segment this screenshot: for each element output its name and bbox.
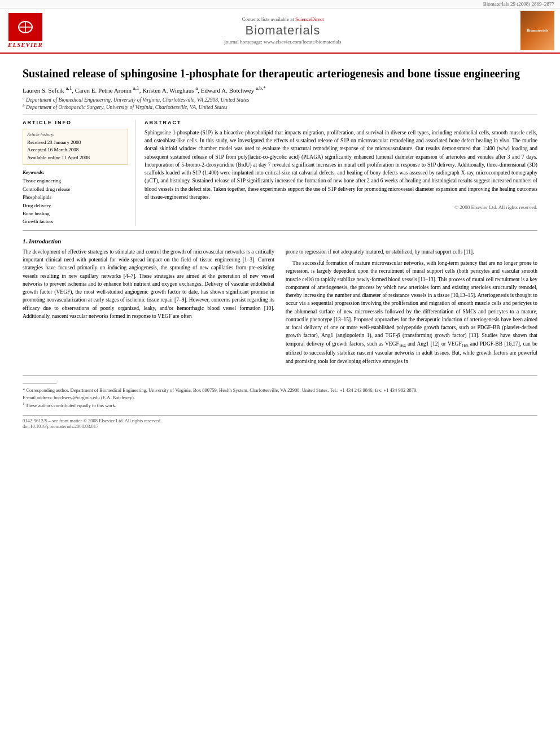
- page: Biomaterials 29 (2008) 2869–2877 ELSEVIE…: [0, 0, 560, 747]
- main-content: Sustained release of sphingosine 1-phosp…: [0, 54, 560, 440]
- journal-homepage: journal homepage: www.elsevier.com/locat…: [45, 39, 520, 45]
- keyword-2: Controlled drug release: [23, 185, 128, 193]
- section1-heading: 1. Introduction: [23, 238, 537, 244]
- copyright: © 2008 Elsevier Ltd. All rights reserved…: [145, 204, 537, 210]
- bottom-doi: 0142-9612/$ – see front matter © 2008 El…: [23, 418, 161, 429]
- accepted-date: Accepted 16 March 2008: [27, 146, 124, 154]
- article-info-label: ARTICLE INFO: [23, 120, 128, 125]
- abstract-label: ABSTRACT: [145, 120, 537, 125]
- affiliations: a Department of Biomedical Engineering, …: [23, 96, 537, 110]
- affiliation-1: a Department of Biomedical Engineering, …: [23, 96, 537, 103]
- header-center: Contents lists available at ScienceDirec…: [45, 16, 520, 45]
- bottom-bar: 0142-9612/$ – see front matter © 2008 El…: [23, 415, 537, 429]
- footnote-corresponding: * Corresponding author. Department of Bi…: [23, 387, 537, 394]
- keyword-3: Phospholipids: [23, 193, 128, 201]
- keywords-label: Keywords:: [23, 169, 128, 175]
- elsevier-text: ELSEVIER: [8, 41, 43, 48]
- abstract-text: Sphingosine 1-phosphate (S1P) is a bioac…: [145, 129, 537, 201]
- journal-title-header: Biomaterials: [45, 23, 520, 38]
- keyword-6: Growth factors: [23, 217, 128, 225]
- keywords-section: Keywords: Tissue engineering Controlled …: [23, 169, 128, 225]
- article-info-col: ARTICLE INFO Article history: Received 2…: [23, 120, 135, 226]
- journal-cover: Biomaterials: [520, 11, 554, 50]
- keyword-5: Bone healing: [23, 209, 128, 217]
- intro-right-p1: prone to regression if not adequately ma…: [286, 248, 537, 256]
- authors: Lauren S. Sefcik a,1, Caren E. Petrie Ar…: [23, 85, 537, 94]
- affiliation-2: b Department of Orthopaedic Surgery, Uni…: [23, 103, 537, 110]
- article-history-box: Article history: Received 23 January 200…: [23, 129, 128, 165]
- introduction-section: 1. Introduction The development of effec…: [23, 238, 537, 369]
- journal-header: ELSEVIER Contents lists available at Sci…: [0, 8, 560, 54]
- footnote-equal: 1 These authors contributed equally to t…: [23, 401, 537, 409]
- article-info-abstract-section: ARTICLE INFO Article history: Received 2…: [23, 115, 537, 231]
- received-date: Received 23 January 2008: [27, 139, 124, 147]
- article-title: Sustained release of sphingosine 1-phosp…: [23, 66, 537, 81]
- intro-right-col: prone to regression if not adequately ma…: [286, 248, 537, 369]
- keyword-1: Tissue engineering: [23, 177, 128, 185]
- elsevier-logo: ELSEVIER: [6, 13, 45, 48]
- abstract-col: ABSTRACT Sphingosine 1-phosphate (S1P) i…: [145, 120, 537, 226]
- footnote-email: E-mail address: botchwey@virginia.edu (E…: [23, 394, 537, 401]
- intro-right-p2: The successful formation of mature micro…: [286, 259, 537, 365]
- sciencedirect-link[interactable]: ScienceDirect: [295, 16, 323, 22]
- footnote-section: * Corresponding author. Department of Bi…: [23, 375, 537, 409]
- keyword-4: Drug delivery: [23, 202, 128, 209]
- intro-two-col: The development of effective strategies …: [23, 248, 537, 369]
- intro-left-p1: The development of effective strategies …: [23, 248, 274, 320]
- intro-left-col: The development of effective strategies …: [23, 248, 274, 369]
- journal-citation: Biomaterials 29 (2008) 2869–2877: [0, 0, 560, 8]
- citation-text: Biomaterials 29 (2008) 2869–2877: [483, 1, 554, 7]
- sciencedirect-line: Contents lists available at ScienceDirec…: [45, 16, 520, 22]
- history-label: Article history:: [27, 132, 124, 137]
- available-date: Available online 11 April 2008: [27, 154, 124, 162]
- footnote-divider: [23, 383, 56, 383]
